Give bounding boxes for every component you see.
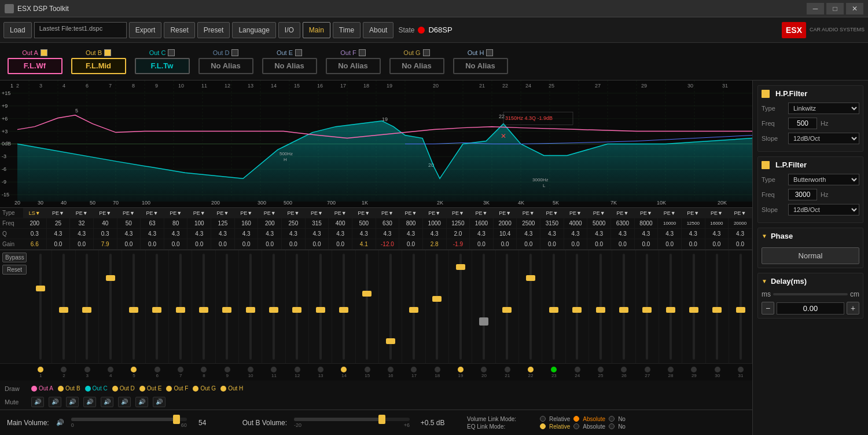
- eq-type-2[interactable]: PE▼: [47, 208, 71, 218]
- fader-band-31[interactable]: [729, 250, 752, 363]
- reset-button[interactable]: Reset: [164, 22, 194, 38]
- fader-band-24[interactable]: [566, 250, 589, 363]
- dot-8[interactable]: [201, 367, 207, 372]
- dot-29[interactable]: [691, 367, 697, 372]
- eq-q-9[interactable]: 4.3: [211, 229, 235, 239]
- vol-no-radio[interactable]: [609, 416, 615, 422]
- dot-26[interactable]: [621, 367, 627, 372]
- fader-band-27[interactable]: [636, 250, 659, 363]
- reset-band-button[interactable]: Reset: [2, 265, 27, 275]
- fader-thumb-29[interactable]: [689, 307, 698, 313]
- eq-freq-15[interactable]: 500: [352, 218, 376, 228]
- fader-band-22[interactable]: [519, 250, 542, 363]
- eq-gain-22[interactable]: 0.0: [517, 239, 540, 249]
- eq-type-25[interactable]: PE▼: [587, 208, 611, 218]
- dot-col-10[interactable]: 10: [239, 367, 262, 378]
- fader-band-6[interactable]: [146, 250, 169, 363]
- dot-11[interactable]: [271, 367, 277, 372]
- lp-slope-dropdown[interactable]: 12dB/Oct 24dB/Oct 48dB/Oct: [788, 204, 859, 215]
- dot-5[interactable]: [131, 367, 137, 372]
- eq-gain-2[interactable]: 0.0: [47, 239, 71, 249]
- channel-b-btn[interactable]: F.L.Mid: [71, 58, 126, 74]
- eq-type-8[interactable]: PE▼: [187, 208, 211, 218]
- eq-gain-25[interactable]: 0.0: [587, 239, 611, 249]
- fader-band-19[interactable]: [449, 250, 472, 363]
- dot-col-27[interactable]: 27: [636, 367, 659, 378]
- dot-col-24[interactable]: 24: [566, 367, 589, 378]
- fader-thumb-18[interactable]: [432, 296, 442, 302]
- eq-q-5[interactable]: 4.3: [117, 229, 141, 239]
- mute-g[interactable]: 🔊: [135, 397, 148, 407]
- eq-gain-17[interactable]: 0.0: [399, 239, 423, 249]
- eq-q-11[interactable]: 4.3: [258, 229, 282, 239]
- dot-25[interactable]: [598, 367, 604, 372]
- hp-type-dropdown[interactable]: Linkwitz Butterworth Bessel: [788, 103, 859, 114]
- fader-thumb-13[interactable]: [316, 307, 325, 313]
- mute-a[interactable]: 🔊: [31, 397, 44, 407]
- fader-band-20[interactable]: [472, 250, 495, 363]
- fader-band-11[interactable]: [262, 250, 285, 363]
- eq-type-5[interactable]: PE▼: [117, 208, 141, 218]
- eq-freq-24[interactable]: 4000: [564, 218, 588, 228]
- eq-type-31[interactable]: PE▼: [729, 208, 752, 218]
- delay-slider[interactable]: [773, 293, 848, 295]
- dot-col-3[interactable]: 3: [76, 367, 99, 378]
- fader-thumb-8[interactable]: [199, 307, 208, 313]
- draw-out-f[interactable]: Out F: [166, 385, 188, 392]
- eq-freq-16[interactable]: 630: [376, 218, 400, 228]
- channel-g-btn[interactable]: No Alias: [389, 58, 444, 74]
- eq-type-15[interactable]: PE▼: [352, 208, 376, 218]
- fader-thumb-11[interactable]: [269, 307, 278, 313]
- dot-col-25[interactable]: 25: [589, 367, 612, 378]
- close-button[interactable]: ✕: [846, 3, 863, 14]
- about-button[interactable]: About: [363, 22, 393, 38]
- eq-type-12[interactable]: PE▼: [282, 208, 306, 218]
- eq-freq-26[interactable]: 6300: [611, 218, 635, 228]
- dot-28[interactable]: [668, 367, 674, 372]
- channel-d-check[interactable]: [231, 49, 238, 56]
- eq-q-30[interactable]: 4.3: [705, 229, 729, 239]
- eq-type-3[interactable]: PE▼: [70, 208, 94, 218]
- fader-thumb-16[interactable]: [386, 338, 395, 344]
- dot-30[interactable]: [715, 367, 720, 372]
- dot-13[interactable]: [318, 367, 323, 372]
- delay-minus-button[interactable]: −: [762, 302, 774, 315]
- eq-type-21[interactable]: PE▼: [494, 208, 517, 218]
- fader-thumb-25[interactable]: [596, 307, 605, 313]
- eq-freq-28[interactable]: 10000: [658, 218, 682, 228]
- fader-thumb-4[interactable]: [106, 275, 115, 281]
- mute-f[interactable]: 🔊: [118, 397, 131, 407]
- dot-col-23[interactable]: 23: [542, 367, 565, 378]
- export-button[interactable]: Export: [129, 22, 162, 38]
- channel-h-btn[interactable]: No Alias: [453, 58, 508, 74]
- eq-q-18[interactable]: 4.3: [423, 229, 447, 239]
- dot-col-17[interactable]: 17: [402, 367, 425, 378]
- eq-type-11[interactable]: PE▼: [258, 208, 282, 218]
- eq-type-13[interactable]: PE▼: [306, 208, 329, 218]
- eq-type-27[interactable]: PE▼: [635, 208, 659, 218]
- draw-out-d[interactable]: Out D: [112, 385, 135, 392]
- draw-out-a[interactable]: Out A: [31, 385, 53, 392]
- eq-gain-26[interactable]: 0.0: [611, 239, 635, 249]
- dot-col-9[interactable]: 9: [216, 367, 239, 378]
- dot-col-12[interactable]: 12: [286, 367, 309, 378]
- eq-freq-5[interactable]: 50: [117, 218, 141, 228]
- dot-12[interactable]: [295, 367, 300, 372]
- dot-col-7[interactable]: 7: [169, 367, 192, 378]
- eq-absolute-radio[interactable]: [573, 423, 579, 429]
- dot-col-19[interactable]: 19: [449, 367, 472, 378]
- fader-thumb-21[interactable]: [502, 307, 512, 313]
- fader-thumb-5[interactable]: [129, 307, 138, 313]
- fader-thumb-1[interactable]: [36, 286, 45, 291]
- fader-band-3[interactable]: [76, 250, 99, 363]
- eq-type-19[interactable]: PE▼: [447, 208, 470, 218]
- hp-freq-value[interactable]: 500: [788, 118, 817, 129]
- fader-thumb-14[interactable]: [339, 307, 348, 313]
- lp-filter-check[interactable]: [762, 161, 770, 169]
- eq-gain-1[interactable]: 6.6: [23, 239, 47, 249]
- draw-out-c[interactable]: Out C: [85, 385, 108, 392]
- fader-band-12[interactable]: [286, 250, 309, 363]
- eq-freq-8[interactable]: 100: [187, 218, 211, 228]
- eq-gain-8[interactable]: 0.0: [187, 239, 211, 249]
- dot-col-31[interactable]: 31: [729, 367, 752, 378]
